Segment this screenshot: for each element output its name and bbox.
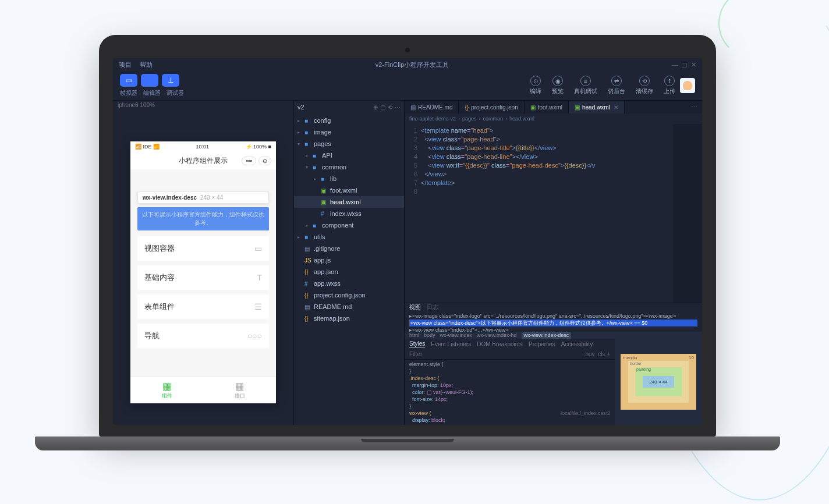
tree-node[interactable]: ▸■image <box>294 126 404 138</box>
tree-node[interactable]: {}project.config.json <box>294 289 404 301</box>
status-right: ⚡ 100% ■ <box>246 144 271 150</box>
status-time: 10:01 <box>196 144 210 150</box>
code-editor[interactable]: 12345678 <template name="head"> <view cl… <box>405 124 702 303</box>
list-item[interactable]: 视图容器▭ <box>137 236 269 261</box>
tree-node[interactable]: ▸■lib <box>294 173 404 184</box>
style-tab[interactable]: Properties <box>529 341 555 347</box>
mode-button[interactable]: ⊥ <box>162 74 179 87</box>
sim-tab[interactable]: ▦组件 <box>130 377 203 403</box>
phone-preview[interactable]: 📶 IDE 📶 10:01 ⚡ 100% ■ 小程序组件展示 •••⊙ wx- <box>130 141 276 403</box>
styles-toggles[interactable]: :hov .cls + <box>584 351 610 357</box>
toolbar: ▭⊥ 模拟器编辑器调试器 ⊙编译◉预览≡真机调试⇄切后台⟲清缓存↥上传 <box>113 71 702 100</box>
tree-node[interactable]: ▾■common <box>294 161 404 173</box>
breadcrumbs[interactable]: fino-applet-demo-v2 › pages › common › h… <box>405 113 702 124</box>
sim-tab[interactable]: ▦接口 <box>203 377 276 403</box>
tree-node[interactable]: ▸■utils <box>294 231 404 243</box>
toolbar-action[interactable]: ↥上传 <box>664 76 675 95</box>
styles-filter[interactable]: Filter <box>409 351 422 357</box>
tree-node[interactable]: ▤README.md <box>294 301 404 313</box>
tree-node[interactable]: {}sitemap.json <box>294 313 404 324</box>
tree-node[interactable]: #index.wxss <box>294 208 404 219</box>
minimap[interactable] <box>673 124 702 303</box>
dom-breadcrumb[interactable]: htmlbodywx-view.indexwx-view.index-hdwx-… <box>405 332 702 339</box>
toolbar-action[interactable]: ◉预览 <box>552 76 564 95</box>
style-tab[interactable]: Accessibility <box>561 341 593 347</box>
mode-button[interactable] <box>141 74 158 87</box>
tree-node[interactable]: JSapp.js <box>294 254 404 266</box>
toolbar-action[interactable]: ⟲清缓存 <box>636 76 653 95</box>
tree-node[interactable]: #app.wxss <box>294 278 404 289</box>
list-item[interactable]: 表单组件☰ <box>137 294 269 319</box>
explorer-actions[interactable]: ⊕▢⟲⋯ <box>373 104 401 111</box>
capsule-menu[interactable]: ••• <box>242 157 256 165</box>
mode-label: 编辑器 <box>143 89 161 97</box>
devtools-tab[interactable]: 日志 <box>427 303 438 311</box>
window-title: v2-FinClip小程序开发工具 <box>375 61 449 69</box>
list-item[interactable]: 基础内容T <box>137 265 269 290</box>
style-tab[interactable]: DOM Breakpoints <box>477 341 523 347</box>
ide-window: 项目 帮助 v2-FinClip小程序开发工具 —▢✕ ▭⊥ 模拟器编辑器调试器… <box>113 58 702 425</box>
capsule-close[interactable]: ⊙ <box>258 157 271 165</box>
mode-label: 模拟器 <box>120 89 137 97</box>
project-root: v2 <box>297 104 304 111</box>
tree-node[interactable]: {}app.json <box>294 266 404 278</box>
tree-node[interactable]: ▣head.wxml <box>294 196 404 208</box>
devtools-tab[interactable]: 视图 <box>409 303 421 311</box>
device-label: iphone6 100% <box>113 101 293 112</box>
status-left: 📶 IDE 📶 <box>135 144 160 150</box>
list-item[interactable]: 导航○○○ <box>137 324 269 348</box>
toolbar-action[interactable]: ⊙编译 <box>530 76 541 95</box>
devtools-panel: 视图 日志 ▸<wx-image class="index-logo" src=… <box>405 303 702 425</box>
editor-tab[interactable]: ▤README.md <box>405 101 459 113</box>
tree-node[interactable]: ▾■pages <box>294 138 404 150</box>
style-tab[interactable]: Styles <box>409 340 425 347</box>
window-controls[interactable]: —▢✕ <box>672 61 696 69</box>
page-title: 小程序组件展示 <box>179 156 228 166</box>
toolbar-action[interactable]: ≡真机调试 <box>574 76 597 95</box>
toolbar-action[interactable]: ⇄切后台 <box>608 76 625 95</box>
css-rules[interactable]: element.style {}.index-desc {</span></di… <box>405 360 615 425</box>
tree-node[interactable]: ▸■component <box>294 219 404 231</box>
tree-node[interactable]: ▤.gitignore <box>294 243 404 254</box>
tree-node[interactable]: ▸■API <box>294 150 404 161</box>
menubar: 项目 帮助 v2-FinClip小程序开发工具 —▢✕ <box>113 58 702 71</box>
editor-tab[interactable]: ▣head.wxml✕ <box>569 101 625 113</box>
laptop-frame: 项目 帮助 v2-FinClip小程序开发工具 —▢✕ ▭⊥ 模拟器编辑器调试器… <box>99 35 716 448</box>
mode-button[interactable]: ▭ <box>120 74 137 87</box>
editor-tab[interactable]: ▣foot.wxml <box>525 101 569 113</box>
tabs-overflow[interactable]: ⋯ <box>686 101 702 113</box>
file-explorer: v2 ⊕▢⟲⋯ ▸■config▸■image▾■pages▸■API▾■com… <box>293 101 404 425</box>
dom-tree[interactable]: ▸<wx-image class="index-logo" src="../re… <box>405 311 702 332</box>
simulator-panel: iphone6 100% 📶 IDE 📶 10:01 ⚡ 100% ■ 小程序组… <box>113 101 293 425</box>
tree-node[interactable]: ▸■config <box>294 115 404 126</box>
box-model: 10 240 × 44 <box>615 339 702 425</box>
menu-item[interactable]: 帮助 <box>140 61 153 69</box>
highlighted-text: 以下将展示小程序官方组件能力，组件样式仅供参考。 <box>137 207 269 230</box>
avatar[interactable] <box>680 78 695 93</box>
menu-item[interactable]: 项目 <box>119 61 132 69</box>
tree-node[interactable]: ▣foot.wxml <box>294 184 404 196</box>
mode-label: 调试器 <box>166 89 184 97</box>
inspect-tooltip: wx-view.index-desc 240 × 44 <box>137 191 269 204</box>
editor-tab[interactable]: {}project.config.json <box>459 101 524 113</box>
style-tab[interactable]: Event Listeners <box>431 341 471 347</box>
editor-panel: ▤README.md{}project.config.json▣foot.wxm… <box>404 101 702 425</box>
